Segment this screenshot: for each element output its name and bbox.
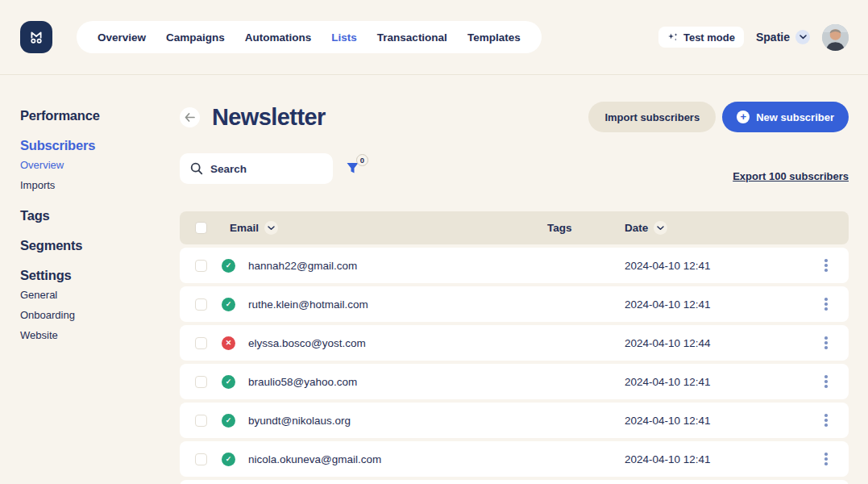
test-mode-label: Test mode [683, 31, 735, 44]
column-header-email: Email [230, 221, 547, 235]
email-column-label: Email [230, 222, 259, 234]
header-buttons: Import subscribers + New subscriber [588, 102, 849, 132]
mailcoach-logo-icon [25, 26, 48, 48]
column-header-date: Date [625, 221, 816, 235]
subscriber-date: 2024-04-10 12:41 [625, 415, 816, 427]
nav-transactional[interactable]: Transactional [377, 31, 447, 44]
page-header: Newsletter Import subscribers + New subs… [180, 102, 849, 132]
status-subscribed-icon [222, 259, 235, 273]
toolbar: 0 Export 100 subscribers [180, 153, 849, 184]
back-button[interactable] [180, 107, 200, 127]
row-checkbox[interactable] [195, 453, 207, 465]
row-menu-button[interactable] [816, 372, 836, 391]
account-menu[interactable]: Spatie [756, 30, 810, 44]
subscriber-date: 2024-04-10 12:41 [625, 298, 816, 311]
nav-overview[interactable]: Overview [98, 31, 146, 44]
nav-campaigns[interactable]: Campaigns [166, 31, 225, 44]
table-row: elyssa.bosco@yost.com 2024-04-10 12:44 [180, 325, 849, 361]
subscriber-email: elyssa.bosco@yost.com [248, 337, 547, 349]
row-checkbox[interactable] [195, 337, 207, 349]
sidebar-item-imports[interactable]: Imports [20, 177, 160, 194]
chevron-down-icon [268, 226, 275, 231]
subscriber-date: 2024-04-10 12:44 [625, 337, 816, 349]
sidebar-item-general[interactable]: General [20, 286, 160, 304]
search-wrap [180, 153, 333, 184]
sidebar-item-overview[interactable]: Overview [20, 156, 160, 174]
sidebar-item-website[interactable]: Website [20, 327, 160, 344]
subscriber-email: braulio58@yahoo.com [248, 376, 547, 388]
import-subscribers-button[interactable]: Import subscribers [588, 102, 716, 132]
date-column-label: Date [625, 222, 648, 234]
subscriber-date: 2024-04-10 12:41 [625, 453, 816, 465]
filter-button[interactable]: 0 [346, 161, 359, 178]
sort-date-button[interactable] [654, 221, 667, 235]
row-menu-button[interactable] [816, 256, 836, 275]
row-checkbox[interactable] [195, 415, 207, 427]
sidebar-item-onboarding[interactable]: Onboarding [20, 307, 160, 324]
status-subscribed-icon [222, 453, 235, 466]
nav-lists[interactable]: Lists [331, 31, 357, 44]
page-title: Newsletter [212, 104, 326, 131]
top-bar: Overview Campaigns Automations Lists Tra… [0, 0, 868, 75]
chevron-down-icon [795, 30, 810, 44]
arrow-left-icon [185, 113, 195, 122]
status-subscribed-icon [222, 298, 235, 311]
table-header: Email Tags Date [180, 211, 849, 244]
subscriber-email: nicola.okuneva@gmail.com [248, 453, 547, 465]
test-mode-badge[interactable]: Test mode [658, 27, 744, 48]
subscriber-date: 2024-04-10 12:41 [625, 376, 816, 388]
status-unsubscribed-icon [222, 336, 235, 350]
select-all-checkbox[interactable] [195, 222, 207, 234]
subscriber-email: byundt@nikolaus.org [248, 415, 547, 427]
row-checkbox[interactable] [195, 376, 207, 388]
avatar-photo [822, 24, 849, 51]
plus-circle-icon: + [737, 111, 750, 123]
topbar-right: Test mode Spatie [658, 24, 849, 51]
table-row-partial [180, 480, 849, 484]
nav-automations[interactable]: Automations [245, 31, 312, 44]
avatar[interactable] [822, 24, 849, 51]
sidebar-item-settings[interactable]: Settings [20, 267, 160, 284]
column-header-tags: Tags [547, 222, 625, 234]
new-subscriber-button[interactable]: + New subscriber [722, 102, 849, 132]
chevron-down-icon [657, 226, 664, 231]
sidebar-item-performance[interactable]: Performance [20, 107, 160, 124]
sidebar: Performance Subscribers Overview Imports… [0, 75, 160, 484]
sparkles-icon [667, 31, 679, 43]
subscribers-table: Email Tags Date hannah22@gmail.com [180, 211, 849, 484]
table-row: byundt@nikolaus.org 2024-04-10 12:41 [180, 403, 849, 438]
main-nav: Overview Campaigns Automations Lists Tra… [77, 21, 542, 53]
account-name: Spatie [756, 31, 790, 44]
table-row: braulio58@yahoo.com 2024-04-10 12:41 [180, 364, 849, 399]
filter-count-badge: 0 [356, 154, 368, 166]
subscriber-email: hannah22@gmail.com [248, 260, 547, 272]
sidebar-item-subscribers[interactable]: Subscribers [20, 137, 160, 154]
main-panel: Newsletter Import subscribers + New subs… [160, 75, 868, 484]
table-row: ruthe.klein@hotmail.com 2024-04-10 12:41 [180, 286, 849, 322]
row-menu-button[interactable] [816, 411, 836, 430]
mailcoach-logo[interactable] [20, 21, 52, 53]
table-row: hannah22@gmail.com 2024-04-10 12:41 [180, 248, 849, 283]
export-subscribers-link[interactable]: Export 100 subscribers [733, 170, 849, 182]
row-menu-button[interactable] [816, 333, 836, 353]
content: Performance Subscribers Overview Imports… [0, 75, 868, 484]
table-row: nicola.okuneva@gmail.com 2024-04-10 12:4… [180, 441, 849, 477]
row-menu-button[interactable] [816, 449, 836, 469]
subscriber-email: ruthe.klein@hotmail.com [248, 298, 547, 311]
sort-email-button[interactable] [264, 221, 278, 235]
nav-templates[interactable]: Templates [467, 31, 521, 44]
row-checkbox[interactable] [195, 260, 207, 272]
row-menu-button[interactable] [816, 294, 836, 314]
sidebar-item-segments[interactable]: Segments [20, 237, 160, 254]
row-checkbox[interactable] [195, 298, 207, 311]
status-subscribed-icon [222, 414, 235, 428]
status-subscribed-icon [222, 375, 235, 389]
search-icon [190, 162, 203, 178]
new-subscriber-label: New subscriber [756, 111, 834, 123]
sidebar-item-tags[interactable]: Tags [20, 207, 160, 224]
subscriber-date: 2024-04-10 12:41 [625, 260, 816, 272]
